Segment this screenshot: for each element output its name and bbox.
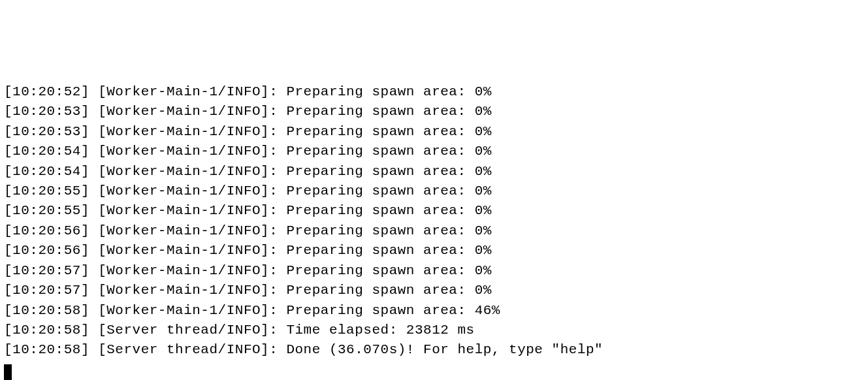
log-source: [Worker-Main-1/INFO]:: [98, 283, 278, 298]
log-line: [10:20:58] [Worker-Main-1/INFO]: Prepari…: [4, 301, 864, 321]
log-timestamp: [10:20:58]: [4, 303, 89, 318]
log-source: [Worker-Main-1/INFO]:: [98, 104, 278, 119]
log-line: [10:20:53] [Worker-Main-1/INFO]: Prepari…: [4, 102, 864, 121]
log-timestamp: [10:20:55]: [4, 183, 89, 198]
log-line: [10:20:52] [Worker-Main-1/INFO]: Prepari…: [4, 82, 864, 102]
log-message: Preparing spawn area: 0%: [286, 283, 491, 298]
log-message: Preparing spawn area: 0%: [286, 84, 491, 99]
log-timestamp: [10:20:57]: [4, 263, 89, 278]
log-source: [Worker-Main-1/INFO]:: [98, 183, 278, 198]
log-source: [Worker-Main-1/INFO]:: [98, 243, 278, 258]
log-source: [Worker-Main-1/INFO]:: [98, 144, 278, 159]
log-line: [10:20:54] [Worker-Main-1/INFO]: Prepari…: [4, 162, 864, 182]
log-timestamp: [10:20:57]: [4, 283, 89, 298]
log-message: Preparing spawn area: 0%: [286, 223, 491, 238]
log-message: Time elapsed: 23812 ms: [286, 323, 474, 338]
log-timestamp: [10:20:58]: [4, 323, 89, 338]
log-message: Preparing spawn area: 0%: [286, 124, 491, 139]
log-message: Preparing spawn area: 0%: [286, 203, 491, 218]
log-line: [10:20:57] [Worker-Main-1/INFO]: Prepari…: [4, 261, 864, 281]
log-source: [Server thread/INFO]:: [98, 342, 278, 357]
log-timestamp: [10:20:53]: [4, 124, 89, 139]
log-message: Done (36.070s)! For help, type "help": [286, 342, 603, 357]
log-message: Preparing spawn area: 46%: [286, 303, 500, 318]
log-line: [10:20:53] [Worker-Main-1/INFO]: Prepari…: [4, 122, 864, 142]
log-timestamp: [10:20:54]: [4, 144, 89, 159]
log-message: Preparing spawn area: 0%: [286, 263, 491, 278]
log-line: [10:20:55] [Worker-Main-1/INFO]: Prepari…: [4, 201, 864, 221]
log-line: [10:20:57] [Worker-Main-1/INFO]: Prepari…: [4, 281, 864, 300]
log-source: [Worker-Main-1/INFO]:: [98, 84, 278, 99]
log-line: [10:20:55] [Worker-Main-1/INFO]: Prepari…: [4, 182, 864, 201]
log-source: [Worker-Main-1/INFO]:: [98, 164, 278, 179]
log-source: [Worker-Main-1/INFO]:: [98, 203, 278, 218]
cursor-icon: [4, 364, 12, 380]
log-source: [Worker-Main-1/INFO]:: [98, 223, 278, 238]
log-line: [10:20:56] [Worker-Main-1/INFO]: Prepari…: [4, 241, 864, 261]
console-output[interactable]: [10:20:52] [Worker-Main-1/INFO]: Prepari…: [4, 82, 864, 380]
log-source: [Worker-Main-1/INFO]:: [98, 124, 278, 139]
log-source: [Server thread/INFO]:: [98, 323, 278, 338]
log-timestamp: [10:20:58]: [4, 342, 89, 357]
log-line: [10:20:58] [Server thread/INFO]: Done (3…: [4, 340, 864, 360]
log-message: Preparing spawn area: 0%: [286, 104, 491, 119]
log-message: Preparing spawn area: 0%: [286, 164, 491, 179]
log-source: [Worker-Main-1/INFO]:: [98, 303, 278, 318]
log-timestamp: [10:20:54]: [4, 164, 89, 179]
log-message: Preparing spawn area: 0%: [286, 183, 491, 198]
log-line: [10:20:56] [Worker-Main-1/INFO]: Prepari…: [4, 221, 864, 241]
log-message: Preparing spawn area: 0%: [286, 144, 491, 159]
log-timestamp: [10:20:56]: [4, 243, 89, 258]
log-timestamp: [10:20:56]: [4, 223, 89, 238]
log-line: [10:20:54] [Worker-Main-1/INFO]: Prepari…: [4, 142, 864, 161]
log-timestamp: [10:20:52]: [4, 84, 89, 99]
log-timestamp: [10:20:53]: [4, 104, 89, 119]
log-message: Preparing spawn area: 0%: [286, 243, 491, 258]
input-line[interactable]: [4, 360, 864, 380]
log-timestamp: [10:20:55]: [4, 203, 89, 218]
log-source: [Worker-Main-1/INFO]:: [98, 263, 278, 278]
log-line: [10:20:58] [Server thread/INFO]: Time el…: [4, 321, 864, 340]
